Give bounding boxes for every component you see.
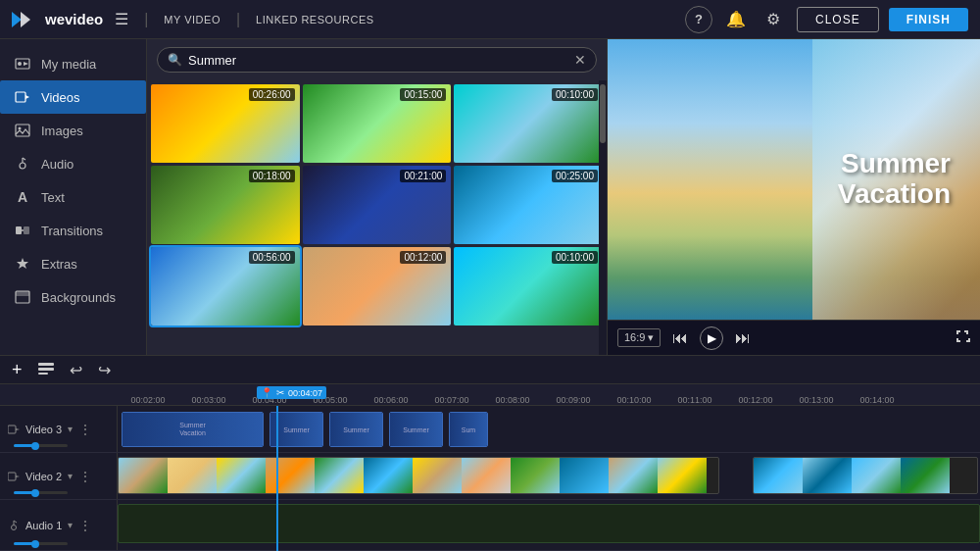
thumbnail-6[interactable]: 00:25:00 bbox=[454, 166, 603, 244]
close-button[interactable]: CLOSE bbox=[797, 7, 879, 32]
notification-button[interactable]: 🔔 bbox=[722, 6, 750, 33]
sidebar-label-transitions: Transitions bbox=[41, 224, 103, 238]
fullscreen-button[interactable] bbox=[955, 328, 970, 348]
waveform-svg: var bars = ''; for(var i=0;i<220;i++){ v… bbox=[119, 505, 979, 542]
track-header-audio1: Audio 1 ▾ ⋮ bbox=[0, 500, 118, 550]
thumb-duration-5: 00:21:00 bbox=[400, 170, 446, 182]
sidebar-item-videos[interactable]: Videos bbox=[0, 80, 146, 114]
svg-rect-5 bbox=[16, 92, 25, 102]
topbar-right: ? 🔔 ⚙ CLOSE FINISH bbox=[685, 6, 968, 33]
sidebar-item-images[interactable]: Images bbox=[0, 114, 146, 147]
text-icon: A bbox=[14, 188, 31, 206]
track-collapse-audio1[interactable]: ▾ bbox=[68, 520, 73, 530]
sidebar-label-extras: Extras bbox=[41, 257, 77, 272]
clip-video3-5[interactable]: Sum bbox=[449, 412, 488, 447]
clip-video3-1[interactable]: SummerVacation bbox=[122, 412, 264, 447]
clip-video2-main[interactable] bbox=[118, 457, 719, 494]
thumbnail-2[interactable]: 00:15:00 bbox=[303, 84, 452, 163]
aspect-ratio-badge[interactable]: 16:9 ▾ bbox=[617, 328, 661, 347]
preview-background: Summer Vacation bbox=[608, 39, 980, 320]
thumbnail-8[interactable]: 00:12:00 bbox=[303, 247, 452, 326]
top-bar: wevideo ☰ | MY VIDEO | LINKED RESOURCES … bbox=[0, 0, 980, 39]
ruler-mark-8: 00:10:00 bbox=[604, 395, 664, 405]
aspect-ratio-text: 16:9 bbox=[624, 331, 645, 343]
prev-frame-button[interactable]: ⏮ bbox=[668, 327, 692, 349]
search-clear-icon[interactable]: ✕ bbox=[574, 52, 586, 68]
ruler-mark-5: 00:07:00 bbox=[421, 395, 482, 405]
help-button[interactable]: ? bbox=[685, 6, 712, 33]
ruler-mark-0: 00:02:00 bbox=[118, 395, 178, 405]
sidebar-label-text: Text bbox=[41, 190, 65, 205]
thumb-duration-1: 00:26:00 bbox=[249, 88, 295, 101]
search-input[interactable] bbox=[188, 53, 568, 68]
ruler-mark-11: 00:13:00 bbox=[786, 395, 847, 405]
next-frame-button[interactable]: ⏭ bbox=[731, 327, 755, 349]
clip-video2-second[interactable] bbox=[753, 457, 978, 494]
track-volume-audio1[interactable] bbox=[14, 542, 68, 545]
playhead-badge: 📍 ✂ 00:04:07 bbox=[257, 386, 326, 399]
images-icon bbox=[14, 122, 31, 139]
clip-video3-2[interactable]: Summer bbox=[270, 412, 323, 447]
track-menu-video3[interactable]: ⋮ bbox=[78, 422, 92, 437]
timeline-ruler: 📍 ✂ 00:04:07 00:02:00 00:03:00 00:04:00 … bbox=[0, 384, 980, 406]
thumbnail-4[interactable]: 00:18:00 bbox=[151, 166, 300, 244]
add-track-button[interactable]: + bbox=[8, 358, 26, 382]
settings-button[interactable]: ⚙ bbox=[760, 6, 787, 33]
track-menu-audio1[interactable]: ⋮ bbox=[78, 518, 92, 533]
track-content-video2 bbox=[118, 453, 980, 499]
sidebar-item-backgrounds[interactable]: Backgrounds bbox=[0, 280, 146, 314]
undo-button[interactable]: ↩ bbox=[66, 359, 86, 381]
panel-button[interactable] bbox=[34, 360, 58, 379]
track-volume-video2[interactable] bbox=[14, 491, 68, 494]
my-media-icon bbox=[14, 55, 31, 73]
track-volume-video3[interactable] bbox=[14, 444, 68, 447]
grid-scrollbar[interactable] bbox=[599, 80, 607, 355]
hamburger-menu[interactable]: ☰ bbox=[115, 10, 128, 28]
track-content-audio1: var bars = ''; for(var i=0;i<220;i++){ v… bbox=[118, 500, 980, 550]
track-video3: Video 3 ▾ ⋮ SummerVacation bbox=[0, 406, 980, 453]
track-menu-video2[interactable]: ⋮ bbox=[78, 469, 92, 484]
sidebar-item-my-media[interactable]: My media bbox=[0, 47, 146, 80]
nav-my-video[interactable]: MY VIDEO bbox=[164, 14, 220, 25]
grid-scrollbar-thumb[interactable] bbox=[600, 84, 606, 143]
track-collapse-video3[interactable]: ▾ bbox=[68, 424, 73, 434]
ruler-mark-4: 00:06:00 bbox=[361, 395, 421, 405]
sidebar: My media Videos Images Audio A Text bbox=[0, 39, 147, 355]
preview-panel: Summer Vacation 16:9 ▾ ⏮ ▶ ⏭ bbox=[608, 39, 980, 355]
ruler-mark-12: 00:14:00 bbox=[847, 395, 907, 405]
search-input-wrap[interactable]: 🔍 ✕ bbox=[157, 47, 597, 73]
thumbnail-3[interactable]: 00:10:00 bbox=[454, 84, 603, 163]
sidebar-item-audio[interactable]: Audio bbox=[0, 147, 146, 180]
thumbnail-1[interactable]: 00:26:00 bbox=[151, 84, 300, 163]
svg-rect-13 bbox=[24, 226, 29, 234]
nav-linked-resources[interactable]: LINKED RESOURCES bbox=[256, 14, 373, 25]
redo-button[interactable]: ↪ bbox=[94, 359, 115, 381]
nav-separator2: | bbox=[236, 11, 240, 28]
svg-marker-6 bbox=[25, 95, 29, 99]
finish-button[interactable]: FINISH bbox=[889, 8, 968, 31]
thumbnail-7[interactable]: 00:56:00 bbox=[151, 247, 300, 326]
clip-video3-3[interactable]: Summer bbox=[329, 412, 383, 447]
track-audio-icon bbox=[8, 520, 20, 531]
sidebar-item-text[interactable]: A Text bbox=[0, 180, 146, 214]
track-header-video2: Video 2 ▾ ⋮ bbox=[0, 453, 118, 499]
clip-audio1[interactable]: var bars = ''; for(var i=0;i<220;i++){ v… bbox=[118, 504, 980, 543]
track-collapse-video2[interactable]: ▾ bbox=[68, 471, 73, 481]
media-panel: 🔍 ✕ 00:26:00 00:15:00 00:10:00 00:18:00 … bbox=[147, 39, 608, 355]
svg-rect-17 bbox=[16, 291, 29, 296]
ruler-mark-7: 00:09:00 bbox=[543, 395, 604, 405]
svg-point-8 bbox=[19, 127, 22, 130]
sidebar-item-transitions[interactable]: Transitions bbox=[0, 214, 146, 247]
sidebar-label-images: Images bbox=[41, 124, 83, 138]
sidebar-item-extras[interactable]: Extras bbox=[0, 247, 146, 280]
track-video2: Video 2 ▾ ⋮ bbox=[0, 453, 980, 500]
thumbnail-5[interactable]: 00:21:00 bbox=[303, 166, 452, 244]
play-button[interactable]: ▶ bbox=[700, 326, 723, 350]
svg-marker-15 bbox=[17, 258, 28, 269]
thumbnail-9[interactable]: 00:10:00 bbox=[454, 247, 603, 326]
search-icon: 🔍 bbox=[168, 53, 182, 67]
fullscreen-icon bbox=[955, 328, 970, 344]
track-video2-icon bbox=[8, 471, 20, 482]
clip-video3-4[interactable]: Summer bbox=[389, 412, 443, 447]
preview-overlay: Summer Vacation bbox=[838, 149, 951, 210]
